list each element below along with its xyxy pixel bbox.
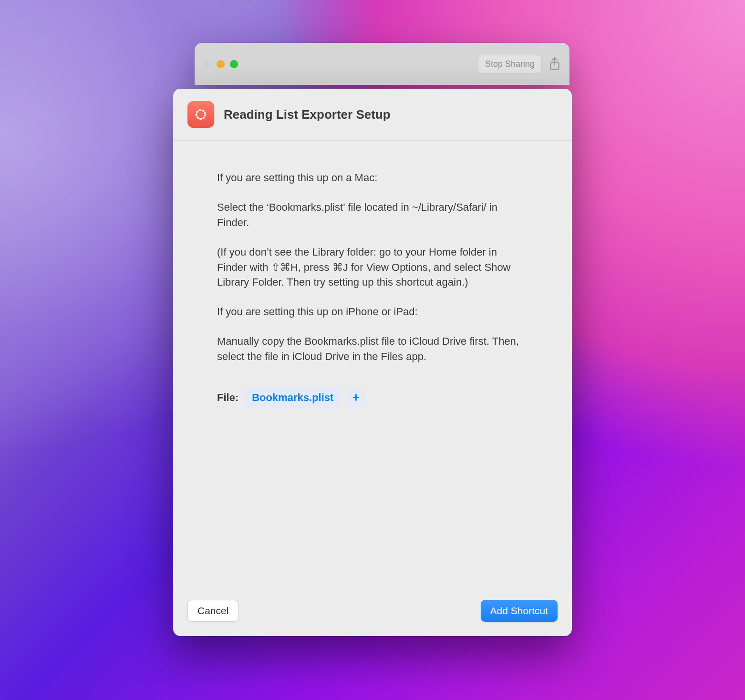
add-file-button[interactable]: + — [347, 389, 365, 407]
instruction-paragraph: If you are setting this up on iPhone or … — [217, 304, 528, 319]
window-controls — [203, 60, 238, 68]
file-chip[interactable]: Bookmarks.plist — [245, 387, 340, 408]
add-shortcut-button[interactable]: Add Shortcut — [481, 600, 558, 622]
instruction-paragraph: (If you don’t see the Library folder: go… — [217, 245, 528, 290]
cancel-button[interactable]: Cancel — [187, 600, 238, 622]
svg-point-1 — [197, 110, 206, 119]
plus-icon: + — [352, 389, 360, 407]
window-close-button[interactable] — [203, 60, 211, 68]
shortcuts-app-icon — [187, 101, 214, 128]
setup-sheet: Reading List Exporter Setup If you are s… — [173, 89, 572, 636]
window-zoom-button[interactable] — [230, 60, 238, 68]
file-label: File: — [217, 390, 238, 405]
parent-window-titlebar: Stop Sharing — [195, 43, 569, 85]
file-row: File: Bookmarks.plist + — [217, 387, 528, 408]
instruction-paragraph: Manually copy the Bookmarks.plist file t… — [217, 334, 528, 364]
instruction-paragraph: If you are setting this up on a Mac: — [217, 170, 528, 185]
instruction-paragraph: Select the ‘Bookmarks.plist’ file locate… — [217, 200, 528, 230]
desktop-wallpaper: Stop Sharing Reading List Exporter Setup… — [0, 0, 745, 700]
sheet-body: If you are setting this up on a Mac: Sel… — [173, 141, 572, 588]
share-icon[interactable] — [548, 57, 561, 71]
sheet-title: Reading List Exporter Setup — [224, 107, 391, 122]
sheet-footer: Cancel Add Shortcut — [173, 588, 572, 636]
sheet-header: Reading List Exporter Setup — [173, 89, 572, 141]
window-minimize-button[interactable] — [217, 60, 225, 68]
stop-sharing-button[interactable]: Stop Sharing — [478, 55, 542, 73]
